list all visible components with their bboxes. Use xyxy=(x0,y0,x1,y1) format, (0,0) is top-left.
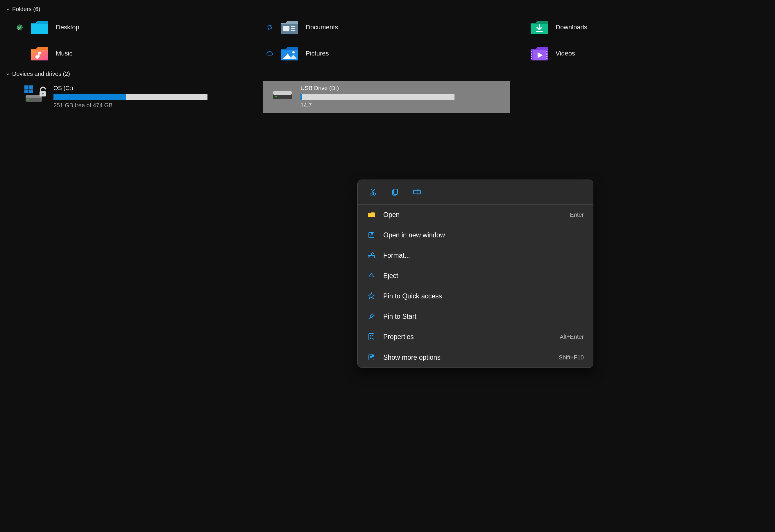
cut-icon[interactable] xyxy=(367,186,378,198)
svg-point-35 xyxy=(27,99,29,100)
menu-item-format[interactable]: Format... xyxy=(358,245,593,266)
format-drive-icon xyxy=(367,251,376,260)
svg-rect-9 xyxy=(536,31,543,32)
menu-label: Open xyxy=(383,211,562,219)
menu-shortcut: Enter xyxy=(570,212,584,218)
drive-sub: 14.7 xyxy=(300,102,506,109)
svg-rect-24 xyxy=(546,51,548,52)
chevron-down-icon xyxy=(6,72,10,76)
svg-rect-5 xyxy=(291,26,295,27)
menu-label: Open in new window xyxy=(383,231,576,239)
svg-rect-34 xyxy=(26,95,42,98)
menu-item-new-window[interactable]: Open in new window xyxy=(358,225,593,245)
copy-icon[interactable] xyxy=(389,186,401,198)
drive-item-c[interactable]: OS (C:) 251 GB free of 474 GB xyxy=(16,81,263,113)
drive-sub: 251 GB free of 474 GB xyxy=(53,102,259,109)
svg-line-57 xyxy=(369,317,371,319)
svg-rect-4 xyxy=(283,26,289,31)
svg-rect-52 xyxy=(368,255,374,258)
svg-rect-30 xyxy=(29,85,33,89)
menu-item-pin-start[interactable]: Pin to Start xyxy=(358,306,593,327)
folder-item-downloads[interactable]: Downloads xyxy=(516,16,766,39)
chevron-down-icon xyxy=(6,7,10,11)
svg-rect-50 xyxy=(368,213,375,217)
menu-item-open[interactable]: Open Enter xyxy=(358,205,593,225)
drive-d-icon xyxy=(271,85,295,103)
svg-rect-2 xyxy=(31,24,48,34)
sync-badge-cloud-icon xyxy=(266,51,273,56)
menu-item-eject[interactable]: Eject xyxy=(358,266,593,286)
menu-shortcut: Shift+F10 xyxy=(559,354,584,361)
drive-title: OS (C:) xyxy=(53,85,259,92)
svg-rect-27 xyxy=(546,58,548,59)
menu-label: Pin to Start xyxy=(383,313,576,320)
svg-point-61 xyxy=(370,337,371,338)
menu-item-pin-quick-access[interactable]: Pin to Quick access xyxy=(358,286,593,306)
svg-rect-32 xyxy=(29,89,33,93)
context-menu-top-bar xyxy=(358,180,593,204)
menu-label: Format... xyxy=(383,252,576,259)
svg-marker-54 xyxy=(369,273,374,277)
menu-item-more-options[interactable]: Show more options Shift+F10 xyxy=(358,347,593,368)
menu-item-properties[interactable]: Properties Alt+Enter xyxy=(358,327,593,347)
folder-item-music[interactable]: Music xyxy=(16,42,266,65)
svg-rect-29 xyxy=(24,85,28,89)
svg-rect-58 xyxy=(369,334,374,340)
svg-rect-7 xyxy=(291,30,295,31)
folder-label: Desktop xyxy=(56,24,79,31)
svg-point-53 xyxy=(369,256,370,257)
folder-item-desktop[interactable]: Desktop xyxy=(16,16,266,39)
folder-open-icon xyxy=(367,210,376,219)
folders-group-header[interactable]: Folders (6) xyxy=(0,0,775,16)
folder-item-videos[interactable]: Videos xyxy=(516,42,766,65)
folder-videos-icon xyxy=(530,46,549,61)
svg-point-59 xyxy=(370,335,371,336)
folder-label: Downloads xyxy=(556,24,587,31)
context-menu: Open Enter Open in new window Format... … xyxy=(357,180,593,368)
folder-label: Pictures xyxy=(306,50,329,57)
drives-group-header[interactable]: Devices and drives (2) xyxy=(0,65,775,81)
menu-label: Pin to Quick access xyxy=(383,292,576,300)
folders-grid: Desktop Documents xyxy=(0,16,775,65)
svg-rect-45 xyxy=(394,189,398,194)
folders-group-title: Folders (6) xyxy=(12,6,40,12)
star-icon xyxy=(367,292,376,300)
svg-point-37 xyxy=(42,93,44,94)
section-divider xyxy=(76,74,769,74)
folder-label: Music xyxy=(56,50,72,57)
svg-point-16 xyxy=(292,51,295,53)
svg-point-63 xyxy=(370,338,371,339)
menu-label: Show more options xyxy=(383,354,551,361)
sync-badge-syncing-icon xyxy=(266,24,273,31)
drives-group-title: Devices and drives (2) xyxy=(12,71,70,77)
folder-item-documents[interactable]: Documents xyxy=(266,16,516,39)
folder-downloads-icon xyxy=(530,19,549,35)
sync-badge-synced-icon xyxy=(16,24,23,30)
svg-rect-22 xyxy=(531,56,532,57)
svg-marker-56 xyxy=(368,293,374,299)
svg-rect-21 xyxy=(531,53,532,55)
folder-item-pictures[interactable]: Pictures xyxy=(266,42,516,65)
menu-shortcut: Alt+Enter xyxy=(560,334,584,340)
drive-item-d[interactable]: USB Drive (D:) 14.7 xyxy=(263,81,510,113)
new-window-icon xyxy=(367,231,376,239)
drive-usage-bar xyxy=(300,94,455,100)
svg-rect-6 xyxy=(291,28,295,29)
svg-rect-12 xyxy=(38,52,40,57)
eject-icon xyxy=(367,271,376,280)
menu-label: Properties xyxy=(383,333,552,341)
folder-desktop-icon xyxy=(30,19,49,35)
folder-music-icon xyxy=(30,46,49,61)
folder-label: Documents xyxy=(306,24,338,31)
section-divider xyxy=(47,9,769,9)
svg-line-44 xyxy=(371,189,374,193)
svg-rect-25 xyxy=(546,53,548,55)
svg-rect-23 xyxy=(531,58,532,59)
drive-usage-bar xyxy=(53,94,207,100)
folder-documents-icon xyxy=(280,19,299,35)
folder-pictures-icon xyxy=(280,46,299,61)
rename-icon[interactable] xyxy=(411,186,423,198)
svg-rect-46 xyxy=(414,190,421,194)
svg-line-43 xyxy=(372,189,374,193)
properties-icon xyxy=(367,332,376,341)
